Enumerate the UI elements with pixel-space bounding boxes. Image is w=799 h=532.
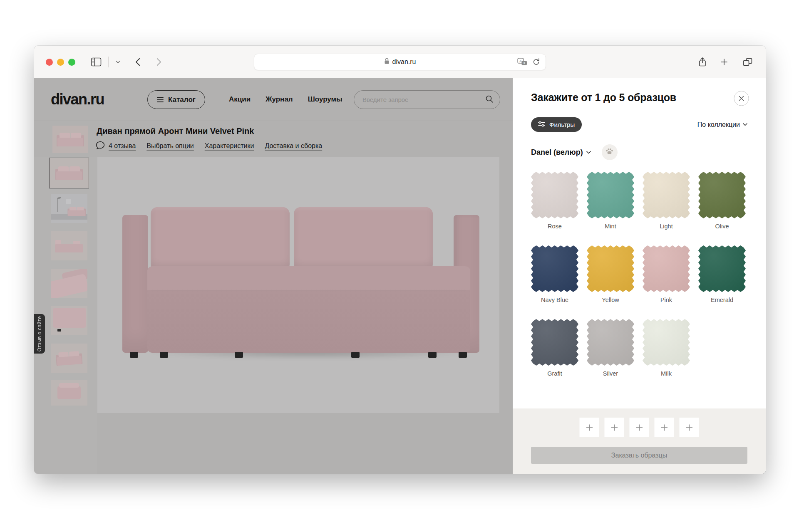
swatch-light[interactable]: Light: [643, 172, 690, 230]
gallery-thumb-1-selected[interactable]: [49, 158, 89, 188]
gallery-thumb-6[interactable]: [51, 344, 87, 373]
translate-icon[interactable]: A x: [517, 58, 527, 66]
fabric-swatch[interactable]: [587, 245, 634, 292]
sofa-foot: [130, 352, 138, 358]
sample-slot-1[interactable]: [580, 418, 599, 437]
fabric-swatch[interactable]: [643, 319, 690, 366]
fabric-swatch[interactable]: [643, 245, 690, 292]
svg-text:x: x: [524, 61, 526, 65]
fabric-swatch[interactable]: [698, 172, 746, 218]
browser-toolbar: divan.ru A x: [34, 46, 766, 78]
sidebar-toggle-icon[interactable]: [91, 57, 102, 67]
address-bar[interactable]: divan.ru A x: [254, 54, 546, 70]
swatch-mint[interactable]: Mint: [587, 172, 634, 230]
new-tab-icon[interactable]: [720, 58, 728, 66]
panel-footer: Заказать образцы: [513, 408, 766, 474]
search-icon[interactable]: [485, 95, 494, 105]
forward-button[interactable]: [156, 58, 162, 66]
fabric-swatch[interactable]: [587, 172, 634, 218]
fabric-swatch[interactable]: [643, 172, 690, 218]
swatch-silver[interactable]: Silver: [587, 319, 634, 377]
product-thumbnail: [52, 126, 88, 153]
catalog-button[interactable]: Каталог: [147, 90, 205, 109]
product-links: 4 отзыва Выбрать опции Характеристики До…: [96, 141, 322, 151]
sofa-foot: [160, 352, 168, 358]
share-icon[interactable]: [698, 57, 707, 67]
swatch-rose[interactable]: Rose: [531, 172, 578, 230]
paw-icon: [605, 148, 614, 157]
svg-text:A: A: [519, 59, 522, 63]
sofa-back-cushion-left: [151, 207, 290, 271]
delivery-link[interactable]: Доставка и сборка: [265, 142, 322, 150]
specs-link[interactable]: Характеристики: [205, 142, 254, 150]
sample-slot-5[interactable]: [680, 418, 699, 437]
swatch-milk[interactable]: Milk: [643, 319, 690, 377]
product-summary-bar: Диван прямой Аронт Мини Velvet Pink 4 от…: [34, 121, 513, 157]
sofa-foot: [351, 352, 360, 358]
reviews-link[interactable]: 4 отзыва: [109, 142, 136, 150]
fabric-swatch[interactable]: [698, 245, 746, 292]
sofa-left-arm: [122, 215, 148, 353]
swatch-emerald[interactable]: Emerald: [698, 245, 746, 303]
site-page-dimmed: divan.ru Каталог Акции Журнал Шоурумы: [34, 78, 513, 474]
panel-title: Закажите от 1 до 5 образцов: [531, 78, 747, 104]
gallery-thumb-2[interactable]: [51, 194, 87, 223]
product-gallery-area: Отзыв о сайте: [34, 157, 513, 474]
close-panel-button[interactable]: [734, 91, 749, 106]
swatch-yellow[interactable]: Yellow: [587, 245, 634, 303]
nav-shoowroomy[interactable]: Шоурумы: [308, 95, 342, 104]
site-search: [354, 90, 500, 109]
site-nav: Акции Журнал Шоурумы: [229, 78, 342, 121]
address-bar-content: divan.ru: [254, 54, 546, 70]
fabric-swatch[interactable]: [587, 319, 634, 366]
swatch-grafit[interactable]: Grafit: [531, 319, 578, 377]
tab-overview-icon[interactable]: [743, 58, 752, 66]
plus-icon: [585, 423, 593, 432]
lock-icon: [384, 58, 390, 66]
gallery-thumb-3[interactable]: [51, 231, 87, 260]
fabric-swatch[interactable]: [531, 245, 578, 292]
gallery-thumb-5[interactable]: [51, 306, 87, 335]
plus-icon: [635, 423, 643, 432]
back-button[interactable]: [135, 58, 140, 66]
fabric-group-dropdown[interactable]: Danel (велюр): [531, 148, 591, 157]
nav-akcii[interactable]: Акции: [229, 95, 251, 104]
filters-button[interactable]: Фильтры: [531, 117, 582, 132]
fabric-swatch[interactable]: [531, 172, 578, 218]
search-input[interactable]: [354, 90, 500, 109]
sample-slots: [580, 418, 699, 437]
zoom-window-button[interactable]: [68, 59, 75, 66]
fabric-group-row: Danel (велюр): [531, 144, 747, 160]
minimize-window-button[interactable]: [57, 59, 64, 66]
order-samples-button[interactable]: Заказать образцы: [531, 447, 747, 464]
url-text: divan.ru: [392, 58, 416, 66]
close-window-button[interactable]: [46, 59, 53, 66]
nav-zhurnal[interactable]: Журнал: [266, 95, 293, 104]
sample-slot-3[interactable]: [630, 418, 649, 437]
swatch-pink[interactable]: Pink: [643, 245, 690, 303]
review-bubble-icon: [96, 141, 105, 151]
product-title: Диван прямой Аронт Мини Velvet Pink: [97, 126, 254, 136]
chevron-down-icon[interactable]: [116, 60, 120, 63]
sample-slot-4[interactable]: [655, 418, 674, 437]
options-link[interactable]: Выбрать опции: [146, 142, 194, 150]
swatch-olive[interactable]: Olive: [698, 172, 746, 230]
sofa-foot: [459, 352, 467, 358]
sample-slot-2[interactable]: [605, 418, 624, 437]
collection-sort-dropdown[interactable]: По коллекции: [697, 121, 747, 129]
reload-icon[interactable]: [532, 58, 540, 66]
swatch-grid: Rose Mint Light Olive Navy Blue Yellow P…: [531, 172, 747, 393]
browser-window: divan.ru A x: [34, 46, 766, 474]
gallery-thumb-4[interactable]: [51, 269, 87, 298]
swatch-navy-blue[interactable]: Navy Blue: [531, 245, 578, 303]
pet-friendly-badge[interactable]: [602, 144, 618, 160]
site-feedback-tab[interactable]: Отзыв о сайте: [34, 314, 45, 354]
sofa-foot: [428, 352, 437, 358]
site-logo[interactable]: divan.ru: [51, 91, 104, 108]
fabric-swatch[interactable]: [531, 319, 578, 366]
gallery-thumb-7[interactable]: [51, 380, 87, 406]
sofa-mini-image: [57, 131, 84, 148]
hamburger-icon: [157, 96, 164, 104]
plus-icon: [660, 423, 668, 432]
sofa-foot: [235, 352, 243, 358]
